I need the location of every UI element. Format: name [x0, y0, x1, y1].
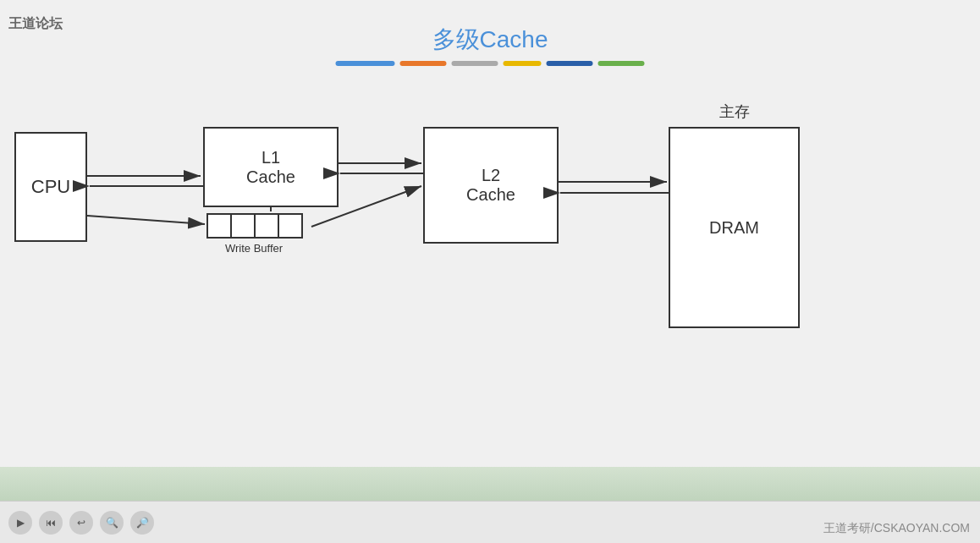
bar-4	[504, 61, 542, 66]
wb-cell-1	[206, 213, 232, 239]
prev-button[interactable]: ⏮	[39, 511, 63, 535]
wb-cell-4	[278, 213, 303, 239]
arrow-cpu-to-wb	[87, 216, 205, 224]
bar-5	[547, 61, 593, 66]
bar-3	[452, 61, 498, 66]
write-buffer-cells	[206, 213, 301, 239]
l1-line2: Cache	[246, 167, 295, 187]
page-title: 多级Cache	[432, 24, 548, 56]
watermark-top: 王道论坛	[8, 15, 63, 33]
watermark-text: 王道论坛	[8, 15, 63, 33]
watermark-bottom: 王道考研/CSKAOYAN.COM	[823, 521, 970, 536]
color-bars	[336, 61, 645, 66]
arrow-layer	[0, 0, 980, 543]
landscape-bg	[0, 467, 980, 501]
write-buffer: Write Buffer	[206, 213, 301, 255]
main-memory-title: 主存	[669, 101, 800, 122]
dram-box: DRAM	[669, 127, 800, 328]
l2-cache-box: L2 Cache	[423, 127, 559, 244]
zoom-in-button[interactable]: 🔎	[130, 511, 154, 535]
bar-1	[336, 61, 395, 66]
wb-cell-2	[230, 213, 256, 239]
write-buffer-label: Write Buffer	[225, 242, 283, 255]
back-button[interactable]: ↩	[69, 511, 93, 535]
play-button[interactable]: ▶	[8, 511, 32, 535]
l2-line2: Cache	[466, 185, 515, 205]
bar-6	[598, 61, 645, 66]
cpu-label: CPU	[31, 176, 70, 198]
l1-line1: L1	[262, 148, 280, 167]
dram-section: 主存 DRAM	[669, 101, 800, 328]
bar-2	[400, 61, 447, 66]
wb-cell-3	[254, 213, 279, 239]
cpu-box: CPU	[14, 132, 87, 242]
zoom-out-button[interactable]: 🔍	[100, 511, 124, 535]
l2-line1: L2	[482, 166, 500, 185]
l1-cache-box: L1 Cache	[203, 127, 339, 207]
dram-label: DRAM	[709, 218, 759, 238]
